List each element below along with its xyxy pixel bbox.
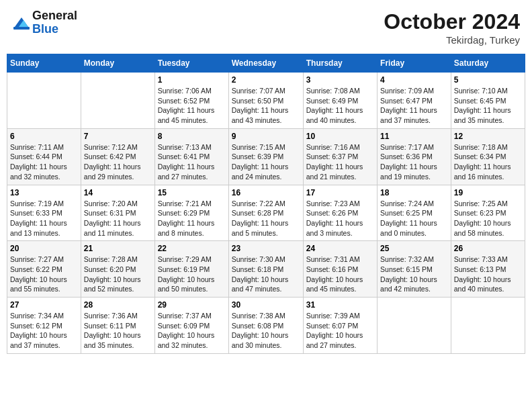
day-number: 23 bbox=[232, 244, 300, 253]
day-number: 2 bbox=[232, 75, 300, 85]
day-number: 6 bbox=[10, 132, 78, 141]
logo: General Blue bbox=[12, 9, 77, 36]
day-info: Sunrise: 7:33 AM Sunset: 6:13 PM Dayligh… bbox=[454, 255, 522, 294]
day-info: Sunrise: 7:09 AM Sunset: 6:47 PM Dayligh… bbox=[380, 86, 448, 126]
day-info: Sunrise: 7:07 AM Sunset: 6:50 PM Dayligh… bbox=[232, 86, 300, 126]
calendar-cell: 13Sunrise: 7:19 AM Sunset: 6:33 PM Dayli… bbox=[7, 185, 81, 241]
calendar-cell: 21Sunrise: 7:28 AM Sunset: 6:20 PM Dayli… bbox=[81, 241, 154, 298]
logo-general: General bbox=[32, 9, 77, 23]
day-info: Sunrise: 7:28 AM Sunset: 6:20 PM Dayligh… bbox=[84, 255, 152, 294]
day-number: 4 bbox=[380, 75, 448, 85]
calendar-cell: 7Sunrise: 7:12 AM Sunset: 6:42 PM Daylig… bbox=[81, 128, 154, 185]
day-info: Sunrise: 7:25 AM Sunset: 6:23 PM Dayligh… bbox=[454, 199, 522, 238]
day-info: Sunrise: 7:06 AM Sunset: 6:52 PM Dayligh… bbox=[158, 86, 226, 126]
day-number: 8 bbox=[158, 132, 226, 141]
day-info: Sunrise: 7:36 AM Sunset: 6:11 PM Dayligh… bbox=[84, 311, 152, 351]
day-info: Sunrise: 7:39 AM Sunset: 6:07 PM Dayligh… bbox=[306, 311, 374, 351]
weekday-header: Monday bbox=[81, 54, 154, 73]
day-number: 9 bbox=[232, 132, 300, 141]
calendar-header: SundayMondayTuesdayWednesdayThursdayFrid… bbox=[7, 54, 525, 73]
day-info: Sunrise: 7:23 AM Sunset: 6:26 PM Dayligh… bbox=[306, 199, 374, 238]
calendar-cell: 24Sunrise: 7:31 AM Sunset: 6:16 PM Dayli… bbox=[303, 241, 377, 298]
calendar-cell: 22Sunrise: 7:29 AM Sunset: 6:19 PM Dayli… bbox=[154, 241, 228, 298]
day-number: 21 bbox=[84, 244, 152, 253]
day-number: 14 bbox=[84, 188, 152, 197]
day-info: Sunrise: 7:21 AM Sunset: 6:29 PM Dayligh… bbox=[158, 199, 226, 238]
day-number: 19 bbox=[454, 188, 522, 197]
calendar-cell: 30Sunrise: 7:38 AM Sunset: 6:08 PM Dayli… bbox=[228, 298, 303, 354]
calendar-cell bbox=[451, 298, 525, 354]
calendar-cell: 14Sunrise: 7:20 AM Sunset: 6:31 PM Dayli… bbox=[81, 185, 154, 241]
day-number: 24 bbox=[306, 244, 374, 253]
calendar-week-row: 13Sunrise: 7:19 AM Sunset: 6:33 PM Dayli… bbox=[7, 185, 525, 241]
calendar-cell: 17Sunrise: 7:23 AM Sunset: 6:26 PM Dayli… bbox=[303, 185, 377, 241]
day-info: Sunrise: 7:15 AM Sunset: 6:39 PM Dayligh… bbox=[232, 142, 300, 182]
day-number: 10 bbox=[306, 132, 374, 141]
logo-blue: Blue bbox=[32, 23, 77, 36]
day-info: Sunrise: 7:38 AM Sunset: 6:08 PM Dayligh… bbox=[232, 311, 300, 351]
day-info: Sunrise: 7:30 AM Sunset: 6:18 PM Dayligh… bbox=[232, 255, 300, 294]
day-info: Sunrise: 7:37 AM Sunset: 6:09 PM Dayligh… bbox=[158, 311, 226, 351]
weekday-header: Friday bbox=[378, 54, 451, 73]
calendar-cell: 6Sunrise: 7:11 AM Sunset: 6:44 PM Daylig… bbox=[7, 128, 81, 185]
calendar-cell: 9Sunrise: 7:15 AM Sunset: 6:39 PM Daylig… bbox=[228, 128, 303, 185]
day-info: Sunrise: 7:18 AM Sunset: 6:34 PM Dayligh… bbox=[454, 142, 522, 182]
logo-icon bbox=[12, 13, 31, 32]
month-title: October 2024 bbox=[384, 9, 520, 34]
calendar-table: SundayMondayTuesdayWednesdayThursdayFrid… bbox=[7, 54, 525, 354]
calendar-cell: 12Sunrise: 7:18 AM Sunset: 6:34 PM Dayli… bbox=[451, 128, 525, 185]
day-info: Sunrise: 7:11 AM Sunset: 6:44 PM Dayligh… bbox=[10, 142, 78, 182]
day-info: Sunrise: 7:19 AM Sunset: 6:33 PM Dayligh… bbox=[10, 199, 78, 238]
day-info: Sunrise: 7:29 AM Sunset: 6:19 PM Dayligh… bbox=[158, 255, 226, 294]
calendar-cell: 2Sunrise: 7:07 AM Sunset: 6:50 PM Daylig… bbox=[228, 73, 303, 129]
day-number: 18 bbox=[380, 188, 448, 197]
calendar-cell: 25Sunrise: 7:32 AM Sunset: 6:15 PM Dayli… bbox=[378, 241, 451, 298]
calendar-cell: 31Sunrise: 7:39 AM Sunset: 6:07 PM Dayli… bbox=[303, 298, 377, 354]
day-number: 30 bbox=[232, 300, 300, 310]
calendar-cell: 3Sunrise: 7:08 AM Sunset: 6:49 PM Daylig… bbox=[303, 73, 377, 129]
calendar-cell bbox=[378, 298, 451, 354]
day-info: Sunrise: 7:20 AM Sunset: 6:31 PM Dayligh… bbox=[84, 199, 152, 238]
day-number: 16 bbox=[232, 188, 300, 197]
calendar-cell: 11Sunrise: 7:17 AM Sunset: 6:36 PM Dayli… bbox=[378, 128, 451, 185]
calendar-cell: 23Sunrise: 7:30 AM Sunset: 6:18 PM Dayli… bbox=[228, 241, 303, 298]
calendar-cell: 4Sunrise: 7:09 AM Sunset: 6:47 PM Daylig… bbox=[378, 73, 451, 129]
calendar-cell: 5Sunrise: 7:10 AM Sunset: 6:45 PM Daylig… bbox=[451, 73, 525, 129]
day-number: 26 bbox=[454, 244, 522, 253]
day-number: 7 bbox=[84, 132, 152, 141]
day-info: Sunrise: 7:31 AM Sunset: 6:16 PM Dayligh… bbox=[306, 255, 374, 294]
calendar-cell: 19Sunrise: 7:25 AM Sunset: 6:23 PM Dayli… bbox=[451, 185, 525, 241]
day-number: 22 bbox=[158, 244, 226, 253]
weekday-header: Saturday bbox=[451, 54, 525, 73]
day-number: 20 bbox=[10, 244, 78, 253]
day-info: Sunrise: 7:34 AM Sunset: 6:12 PM Dayligh… bbox=[10, 311, 78, 351]
day-number: 1 bbox=[158, 75, 226, 85]
calendar-cell: 15Sunrise: 7:21 AM Sunset: 6:29 PM Dayli… bbox=[154, 185, 228, 241]
day-number: 12 bbox=[454, 132, 522, 141]
calendar-week-row: 1Sunrise: 7:06 AM Sunset: 6:52 PM Daylig… bbox=[7, 73, 525, 129]
day-number: 11 bbox=[380, 132, 448, 141]
calendar-cell: 29Sunrise: 7:37 AM Sunset: 6:09 PM Dayli… bbox=[154, 298, 228, 354]
day-number: 27 bbox=[10, 300, 78, 310]
day-number: 3 bbox=[306, 75, 374, 85]
day-number: 31 bbox=[306, 300, 374, 310]
day-number: 17 bbox=[306, 188, 374, 197]
weekday-header: Wednesday bbox=[228, 54, 303, 73]
day-info: Sunrise: 7:10 AM Sunset: 6:45 PM Dayligh… bbox=[454, 86, 522, 126]
day-info: Sunrise: 7:16 AM Sunset: 6:37 PM Dayligh… bbox=[306, 142, 374, 182]
day-info: Sunrise: 7:24 AM Sunset: 6:25 PM Dayligh… bbox=[380, 199, 448, 238]
calendar-cell: 10Sunrise: 7:16 AM Sunset: 6:37 PM Dayli… bbox=[303, 128, 377, 185]
day-number: 28 bbox=[84, 300, 152, 310]
day-info: Sunrise: 7:17 AM Sunset: 6:36 PM Dayligh… bbox=[380, 142, 448, 182]
calendar-cell bbox=[81, 73, 154, 129]
day-info: Sunrise: 7:27 AM Sunset: 6:22 PM Dayligh… bbox=[10, 255, 78, 294]
day-info: Sunrise: 7:32 AM Sunset: 6:15 PM Dayligh… bbox=[380, 255, 448, 294]
day-number: 25 bbox=[380, 244, 448, 253]
calendar-cell: 27Sunrise: 7:34 AM Sunset: 6:12 PM Dayli… bbox=[7, 298, 81, 354]
day-number: 13 bbox=[10, 188, 78, 197]
location: Tekirdag, Turkey bbox=[384, 34, 520, 46]
day-number: 5 bbox=[454, 75, 522, 85]
weekday-header: Tuesday bbox=[154, 54, 228, 73]
calendar-cell: 28Sunrise: 7:36 AM Sunset: 6:11 PM Dayli… bbox=[81, 298, 154, 354]
calendar-cell: 1Sunrise: 7:06 AM Sunset: 6:52 PM Daylig… bbox=[154, 73, 228, 129]
